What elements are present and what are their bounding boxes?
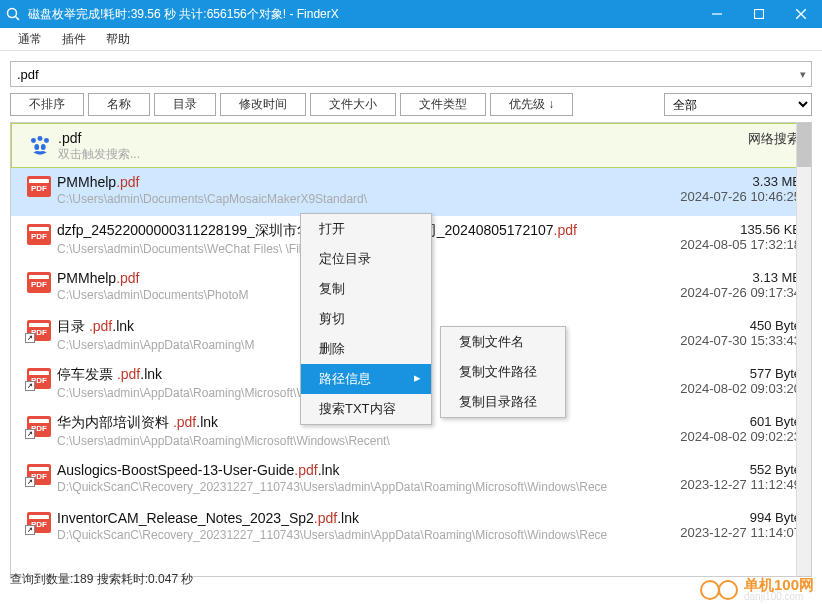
sort-none-button[interactable]: 不排序: [10, 93, 84, 116]
web-search-hint-row[interactable]: .pdf 双击触发搜索... 网络搜索: [11, 123, 811, 168]
file-size: 994 Byte: [641, 510, 801, 525]
menu-item-general[interactable]: 通常: [8, 28, 52, 50]
file-path: D:\QuickScanC\Recovery_20231227_110743\U…: [57, 528, 641, 542]
shortcut-badge-icon: ↗: [25, 477, 35, 487]
scroll-thumb[interactable]: [797, 123, 811, 167]
ctx-copy-filename[interactable]: 复制文件名: [441, 327, 565, 357]
pdf-file-icon: PDF↗: [27, 464, 51, 485]
shortcut-badge-icon: ↗: [25, 333, 35, 343]
file-date: 2024-07-26 09:17:34: [641, 285, 801, 300]
maximize-button[interactable]: [738, 0, 780, 28]
pdf-file-icon: PDF↗: [27, 416, 51, 437]
file-name: PMMhelp.pdf: [57, 174, 641, 190]
context-menu: 打开 定位目录 复制 剪切 删除 路径信息▸ 搜索TXT内容: [300, 213, 432, 425]
file-date: 2023-12-27 11:14:07: [641, 525, 801, 540]
shortcut-badge-icon: ↗: [25, 381, 35, 391]
pdf-file-icon: PDF: [27, 176, 51, 197]
svg-point-0: [8, 9, 17, 18]
baidu-icon: [26, 132, 54, 160]
result-row[interactable]: PDF↗Auslogics-BoostSpeed-13-User-Guide.p…: [11, 456, 811, 504]
hint-net-label: 网络搜索: [748, 130, 800, 148]
sort-dir-button[interactable]: 目录: [154, 93, 216, 116]
pdf-file-icon: PDF↗: [27, 512, 51, 533]
dropdown-icon[interactable]: ▾: [800, 68, 806, 81]
ctx-delete[interactable]: 删除: [301, 334, 431, 364]
file-size: 552 Byte: [641, 462, 801, 477]
pdf-file-icon: PDF↗: [27, 368, 51, 389]
file-size: 3.33 MB: [641, 174, 801, 189]
close-button[interactable]: [780, 0, 822, 28]
result-row[interactable]: PDFPMMhelp.pdfC:\Users\admin\Documents\C…: [11, 168, 811, 216]
pdf-file-icon: PDF: [27, 224, 51, 245]
file-name: Auslogics-BoostSpeed-13-User-Guide.pdf.l…: [57, 462, 641, 478]
titlebar: 磁盘枚举完成!耗时:39.56 秒 共计:656156个对象! - Finder…: [0, 0, 822, 28]
file-size: 577 Byte: [641, 366, 801, 381]
scrollbar[interactable]: [796, 123, 811, 576]
svg-point-9: [34, 144, 39, 150]
status-bar: 查询到数量:189 搜索耗时:0.047 秒: [10, 571, 193, 588]
file-path: C:\Users\admin\Documents\CapMosaicMakerX…: [57, 192, 641, 206]
sort-type-button[interactable]: 文件类型: [400, 93, 486, 116]
ctx-copy[interactable]: 复制: [301, 274, 431, 304]
file-date: 2024-08-02 09:02:23: [641, 429, 801, 444]
file-size: 450 Byte: [641, 318, 801, 333]
file-size: 601 Byte: [641, 414, 801, 429]
file-date: 2024-08-02 09:03:20: [641, 381, 801, 396]
sort-size-button[interactable]: 文件大小: [310, 93, 396, 116]
ctx-pathinfo[interactable]: 路径信息▸: [301, 364, 431, 394]
pdf-file-icon: PDF↗: [27, 320, 51, 341]
watermark-url: danji100.com: [744, 592, 814, 602]
watermark-brand: 单机100网: [744, 577, 814, 592]
hint-subtext: 双击触发搜索...: [58, 146, 640, 163]
sort-priority-button[interactable]: 优先级 ↓: [490, 93, 573, 116]
menubar: 通常 插件 帮助: [0, 28, 822, 51]
file-date: 2024-07-30 15:33:43: [641, 333, 801, 348]
search-input[interactable]: [10, 61, 812, 87]
ctx-cut[interactable]: 剪切: [301, 304, 431, 334]
svg-line-1: [16, 17, 20, 21]
toolbar: 不排序 名称 目录 修改时间 文件大小 文件类型 优先级 ↓ 全部: [0, 93, 822, 122]
svg-rect-3: [755, 10, 764, 19]
window-title: 磁盘枚举完成!耗时:39.56 秒 共计:656156个对象! - Finder…: [28, 6, 696, 23]
file-path: C:\Users\admin\AppData\Roaming\Microsoft…: [57, 434, 641, 448]
sort-name-button[interactable]: 名称: [88, 93, 150, 116]
hint-query: .pdf: [58, 130, 640, 146]
pdf-file-icon: PDF: [27, 272, 51, 293]
shortcut-badge-icon: ↗: [25, 525, 35, 535]
watermark: 单机100网 danji100.com: [700, 577, 814, 602]
search-area: ▾: [0, 51, 822, 93]
ctx-copy-filepath[interactable]: 复制文件路径: [441, 357, 565, 387]
file-date: 2024-07-26 10:46:25: [641, 189, 801, 204]
app-icon: [4, 5, 22, 23]
file-size: 3.13 MB: [641, 270, 801, 285]
svg-point-8: [44, 138, 49, 143]
svg-point-6: [31, 138, 36, 143]
file-size: 135.56 KB: [641, 222, 801, 237]
result-row[interactable]: PDF↗InventorCAM_Release_Notes_2023_Sp2.p…: [11, 504, 811, 552]
svg-point-7: [38, 136, 43, 141]
file-path: D:\QuickScanC\Recovery_20231227_110743\U…: [57, 480, 641, 494]
shortcut-badge-icon: ↗: [25, 429, 35, 439]
menu-item-help[interactable]: 帮助: [96, 28, 140, 50]
svg-point-10: [41, 144, 46, 150]
ctx-copy-dirpath[interactable]: 复制目录路径: [441, 387, 565, 417]
menu-item-plugins[interactable]: 插件: [52, 28, 96, 50]
ctx-locate[interactable]: 定位目录: [301, 244, 431, 274]
window-controls: [696, 0, 822, 28]
ctx-search-txt[interactable]: 搜索TXT内容: [301, 394, 431, 424]
sort-mtime-button[interactable]: 修改时间: [220, 93, 306, 116]
file-date: 2024-08-05 17:32:18: [641, 237, 801, 252]
file-date: 2023-12-27 11:12:49: [641, 477, 801, 492]
ctx-open[interactable]: 打开: [301, 214, 431, 244]
context-submenu: 复制文件名 复制文件路径 复制目录路径: [440, 326, 566, 418]
filter-select[interactable]: 全部: [664, 93, 812, 116]
chevron-right-icon: ▸: [414, 370, 421, 385]
minimize-button[interactable]: [696, 0, 738, 28]
file-name: InventorCAM_Release_Notes_2023_Sp2.pdf.l…: [57, 510, 641, 526]
